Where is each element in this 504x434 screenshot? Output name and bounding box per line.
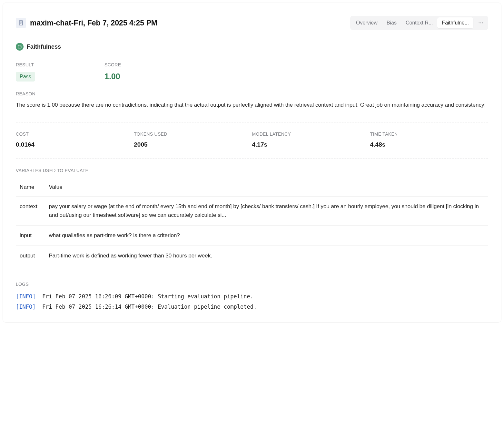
var-value: what qualiafies as part-time work? is th… [45,226,488,246]
log-msg: Fri Feb 07 2025 16:26:14 GMT+0000: Evalu… [42,304,257,310]
logs-block: [INFO] Fri Feb 07 2025 16:26:09 GMT+0000… [16,291,488,312]
reason-text: The score is 1.00 because there are no c… [16,101,488,109]
log-msg: Fri Feb 07 2025 16:26:09 GMT+0000: Start… [42,293,253,300]
more-horiz-icon [478,20,484,26]
table-row: input what qualiafies as part-time work?… [16,226,488,246]
page-title: maxim-chat-Fri, Feb 7, 2025 4:25 PM [30,19,157,27]
tab-bias[interactable]: Bias [382,17,401,28]
svg-point-8 [19,46,19,47]
col-header-value: Value [45,178,488,197]
logs-heading: LOGS [16,282,488,287]
metric-time: TIME TAKEN 4.48s [370,131,488,148]
svg-point-4 [479,23,479,24]
tab-overview[interactable]: Overview [351,17,382,28]
var-value: Part-time work is defined as working few… [45,246,488,266]
score-col: SCORE 1.00 [104,62,193,82]
header-row: maxim-chat-Fri, Feb 7, 2025 4:25 PM Over… [16,16,488,30]
var-name: context [16,197,45,226]
tab-context-relevance[interactable]: Context R... [401,17,437,28]
table-row: output Part-time work is defined as work… [16,246,488,266]
tab-faithfulness[interactable]: Faithfulne... [437,17,473,28]
score-label: SCORE [104,62,193,67]
svg-point-5 [480,23,481,24]
col-header-name: Name [16,178,45,197]
log-line: [INFO] Fri Feb 07 2025 16:26:09 GMT+0000… [16,291,488,302]
document-icon [16,18,26,28]
separator [16,122,488,122]
result-label: RESULT [16,62,104,67]
latency-value: 4.17s [252,141,370,148]
reason-label: REASON [16,91,488,96]
var-value: pay your salary or wage [at the end of m… [45,197,488,226]
time-label: TIME TAKEN [370,131,488,137]
score-value: 1.00 [104,72,193,81]
evaluation-card: maxim-chat-Fri, Feb 7, 2025 4:25 PM Over… [3,3,501,323]
cost-label: COST [16,131,134,137]
svg-point-6 [482,23,483,24]
tokens-value: 2005 [134,141,252,148]
log-line: [INFO] Fri Feb 07 2025 16:26:14 GMT+0000… [16,302,488,312]
metric-tokens: TOKENS USED 2005 [134,131,252,148]
tokens-label: TOKENS USED [134,131,252,137]
svg-rect-7 [18,45,21,48]
time-value: 4.48s [370,141,488,148]
section-title: Faithfulness [27,43,61,50]
title-wrap: maxim-chat-Fri, Feb 7, 2025 4:25 PM [16,18,157,28]
svg-point-9 [20,46,21,47]
table-row: context pay your salary or wage [at the … [16,197,488,226]
result-score-row: RESULT Pass SCORE 1.00 [16,62,488,82]
result-value: Pass [16,72,35,82]
log-level: [INFO] [16,293,35,300]
result-col: RESULT Pass [16,62,104,82]
metric-cost: COST 0.0164 [16,131,134,148]
var-name: output [16,246,45,266]
latency-label: MODEL LATENCY [252,131,370,137]
variables-heading: VARIABLES USED TO EVALUATE [16,168,488,173]
section-header: Faithfulness [16,43,488,51]
separator [16,159,488,159]
metric-latency: MODEL LATENCY 4.17s [252,131,370,148]
log-level: [INFO] [16,304,35,310]
more-button[interactable] [475,17,487,29]
var-name: input [16,226,45,246]
variables-table: Name Value context pay your salary or wa… [16,178,488,266]
cost-value: 0.0164 [16,141,134,148]
tabs: Overview Bias Context R... Faithfulne... [350,16,488,30]
metrics-row: COST 0.0164 TOKENS USED 2005 MODEL LATEN… [16,131,488,148]
faithfulness-badge-icon [16,43,24,51]
